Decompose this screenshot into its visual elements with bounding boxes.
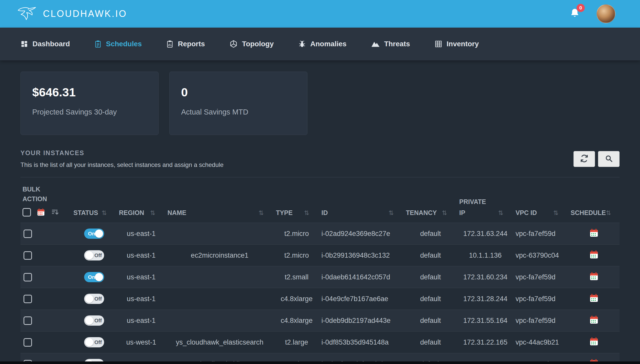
nav-label: Topology: [242, 40, 274, 48]
cell-vpc-id: vpc-63790c04: [513, 245, 568, 266]
sort-icon[interactable]: ⇅: [442, 209, 447, 217]
sort-icon[interactable]: ⇅: [150, 209, 155, 217]
cell-name: [165, 266, 274, 288]
column-label-line1: PRIVATE: [459, 198, 503, 206]
cell-name: [165, 310, 274, 332]
stat-label: Actual Savings MTD: [181, 108, 296, 116]
status-toggle[interactable]: On: [84, 272, 104, 282]
row-checkbox[interactable]: [24, 251, 32, 260]
sort-icon[interactable]: ⇅: [304, 209, 309, 217]
cell-region: us-east-1: [117, 245, 165, 266]
nav-item-threats[interactable]: Threats: [371, 40, 410, 48]
column-label: TENANCY: [406, 209, 437, 217]
column-header-bulk-action: BULK ACTION: [20, 177, 71, 223]
cell-type: c4.8xlarge: [274, 288, 319, 310]
brand-text: CLOUDHAWK.IO: [43, 8, 127, 19]
sort-icon[interactable]: ⇅: [498, 209, 503, 217]
table-row: On us-east-1 t2.micro i-02ad924e369e8c27…: [20, 223, 620, 245]
row-checkbox[interactable]: [24, 338, 32, 347]
cell-private-ip: 172.31.22.165: [457, 332, 513, 353]
column-label: REGION: [119, 209, 144, 217]
cell-vpc-id: vpc-fa7ef59d: [513, 310, 568, 332]
status-toggle[interactable]: Off: [84, 315, 104, 326]
cell-tenancy: default: [404, 332, 457, 353]
schedule-calendar-icon[interactable]: [589, 250, 599, 259]
schedule-calendar-icon[interactable]: [589, 337, 599, 346]
bulk-calendar-icon[interactable]: [37, 208, 45, 217]
cell-schedule: [569, 332, 620, 353]
cell-private-ip: 172.31.28.244: [457, 288, 513, 310]
nav-item-topology[interactable]: Topology: [229, 40, 274, 48]
cell-region: us-west-1: [117, 332, 165, 353]
cell-id: i-02ad924e369e8c27e: [319, 223, 404, 245]
status-toggle[interactable]: Off: [84, 250, 104, 260]
cell-name: [165, 223, 274, 245]
column-header-region[interactable]: REGION⇅: [117, 177, 165, 223]
sort-icon[interactable]: ⇅: [389, 209, 394, 217]
cell-status: Off: [71, 332, 117, 353]
cell-type: t2.micro: [274, 245, 319, 266]
reports-icon: [166, 40, 173, 48]
sort-icon[interactable]: ⇅: [606, 209, 611, 217]
column-label: STATUS: [73, 209, 98, 217]
toggle-label: Off: [94, 296, 102, 302]
sort-icon[interactable]: ⇅: [553, 209, 558, 217]
schedule-calendar-icon[interactable]: [589, 315, 599, 325]
column-header-status[interactable]: STATUS⇅: [71, 177, 117, 223]
search-button[interactable]: [598, 151, 620, 167]
column-header-id[interactable]: ID⇅: [319, 177, 404, 223]
column-header-schedule[interactable]: SCHEDULE⇅: [569, 177, 620, 223]
user-avatar[interactable]: [597, 4, 615, 23]
schedule-calendar-icon[interactable]: [589, 271, 599, 281]
status-toggle[interactable]: On: [84, 229, 104, 239]
row-checkbox[interactable]: [24, 230, 32, 238]
brand[interactable]: CLOUDHAWK.IO: [16, 6, 127, 21]
row-checkbox[interactable]: [24, 273, 32, 281]
sort-icon[interactable]: ⇅: [259, 209, 264, 217]
instances-table: BULK ACTION: [20, 177, 620, 364]
sort-icon[interactable]: ⇅: [102, 209, 107, 217]
column-header-private-ip[interactable]: PRIVATE IP⇅: [457, 177, 513, 223]
column-header-type[interactable]: TYPE⇅: [274, 177, 319, 223]
instances-heading: YOUR INSTANCES This is the list of all y…: [20, 149, 224, 168]
schedule-calendar-icon[interactable]: [589, 228, 599, 238]
toggle-label: On: [88, 274, 95, 280]
toggle-knob: [85, 316, 93, 325]
notification-badge: 0: [577, 4, 585, 12]
nav-label: Reports: [178, 40, 205, 48]
cell-name: ec2microinstance1: [165, 245, 274, 266]
cell-status: On: [71, 266, 117, 288]
nav-item-inventory[interactable]: Inventory: [435, 40, 479, 48]
footer-strip: [0, 361, 640, 364]
threats-mountain-icon: [371, 40, 380, 48]
row-checkbox[interactable]: [24, 295, 32, 303]
status-toggle[interactable]: Off: [84, 294, 104, 304]
table-row: Off us-east-1 c4.8xlarge i-0deb9db2197ad…: [20, 310, 620, 332]
stat-card-actual-savings: 0 Actual Savings MTD: [169, 72, 307, 135]
cell-select: [20, 266, 71, 288]
bulk-label-line2: ACTION: [23, 194, 61, 204]
cell-status: Off: [71, 245, 117, 266]
column-header-name[interactable]: NAME⇅: [165, 177, 274, 223]
nav-label: Threats: [384, 40, 410, 48]
row-checkbox[interactable]: [24, 316, 32, 325]
nav-item-anomalies[interactable]: Anomalies: [298, 40, 347, 48]
table-row: Off us-east-1 ec2microinstance1 t2.micro…: [20, 245, 620, 266]
main-nav: Dashboard Schedules Reports: [0, 28, 640, 60]
nav-item-dashboard[interactable]: Dashboard: [20, 40, 70, 48]
notifications-bell[interactable]: 0: [569, 8, 580, 20]
refresh-button[interactable]: [573, 151, 595, 167]
schedule-calendar-icon[interactable]: [589, 293, 599, 303]
stat-value: 0: [181, 85, 296, 99]
bulk-sort-icon[interactable]: [51, 208, 59, 216]
section-title: YOUR INSTANCES: [20, 149, 224, 157]
nav-item-reports[interactable]: Reports: [166, 40, 205, 48]
nav-item-schedules[interactable]: Schedules: [94, 40, 142, 48]
column-header-tenancy[interactable]: TENANCY⇅: [404, 177, 457, 223]
cell-name: [165, 288, 274, 310]
select-all-checkbox[interactable]: [23, 208, 31, 217]
column-header-vpc-id[interactable]: VPC ID⇅: [513, 177, 568, 223]
cell-private-ip: 172.31.55.164: [457, 310, 513, 332]
status-toggle[interactable]: Off: [84, 337, 104, 347]
cell-tenancy: default: [404, 223, 457, 245]
